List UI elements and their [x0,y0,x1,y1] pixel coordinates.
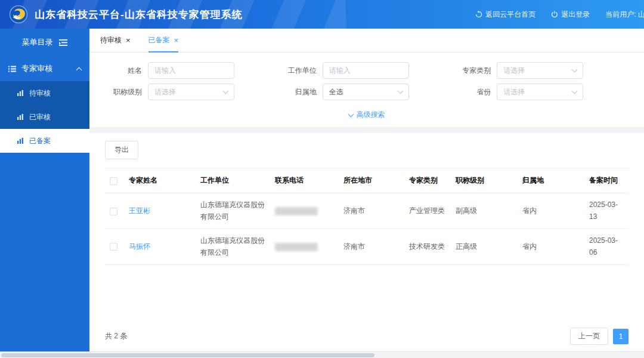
sidebar-item-label: 已审核 [29,112,51,122]
horizontal-scrollbar[interactable] [0,351,644,358]
select-placeholder: 请选择 [503,66,525,76]
page-title: 山东省科技云平台-山东省科技专家管理系统 [35,8,243,21]
filter-province: 省份 请选择 [454,84,628,100]
main-content: 待审核 × 已备案 × 姓名 工作单位 [89,29,644,358]
cell-select [105,229,124,264]
th-category: 专家类别 [404,168,451,193]
menu-directory-label: 菜单目录 [22,37,53,48]
prev-page-button[interactable]: 上一页 [570,328,608,345]
return-home-label: 返回云平台首页 [485,10,535,20]
app-header: 山东省科技云平台-山东省科技专家管理系统 返回云平台首页 退出登录 当前用户: … [0,0,644,29]
menu-directory-toggle[interactable]: 菜单目录 [0,29,89,56]
row-checkbox[interactable] [110,243,117,251]
chevron-down-icon [223,88,229,94]
filter-name: 姓名 [105,62,280,79]
total-count-label: 共 2 条 [105,331,127,341]
cell-region: 省内 [518,193,584,229]
filter-region: 归属地 全选 [280,84,454,100]
cell-phone [270,229,339,264]
sidebar-item-filed[interactable]: 已备案 [0,129,89,153]
th-filed-date: 备案时间 [584,168,628,193]
th-region: 归属地 [518,168,584,193]
tab-pending-review[interactable]: 待审核 × [100,29,131,52]
th-expert-name: 专家姓名 [124,168,196,193]
expert-name-link[interactable]: 马振怀 [129,242,150,251]
cell-filed-date: 2025-03-13 [584,193,628,229]
logout-label: 退出登录 [561,10,590,20]
sidebar-item-pending-review[interactable]: 待审核 [0,81,89,105]
tab-filed[interactable]: 已备案 × [148,29,179,52]
province-select[interactable]: 请选择 [497,84,583,100]
row-checkbox[interactable] [110,208,117,215]
phone-redacted [275,207,318,215]
title-level-select[interactable]: 请选择 [148,84,234,100]
horizontal-scrollbar-thumb[interactable] [1,353,374,357]
bar-chart-icon [17,137,24,144]
pagination: 上一页 1 [570,328,628,345]
expert-category-select[interactable]: 请选择 [497,62,583,79]
chevron-down-icon [397,88,403,94]
cell-expert-name: 马振怀 [124,229,196,264]
power-icon [551,11,558,18]
cell-expert-name: 王亚彬 [124,193,196,229]
th-city: 所在地市 [339,168,404,193]
cell-phone [270,193,339,229]
close-icon[interactable]: × [174,36,179,44]
select-all-checkbox[interactable] [110,177,117,185]
bar-chart-icon [17,90,24,97]
chevron-down-icon [572,88,578,94]
phone-redacted [275,243,318,251]
expert-name-link[interactable]: 王亚彬 [129,206,150,215]
province-label: 省份 [454,87,491,97]
work-unit-input[interactable] [323,62,409,79]
section-divider [89,127,644,133]
cell-region: 省内 [518,229,584,264]
expert-table: 专家姓名 工作单位 联系电话 所在地市 专家类别 职称级别 归属地 备案时间 [105,168,628,265]
return-home-link[interactable]: 返回云平台首页 [475,10,535,20]
advanced-search-toggle[interactable]: 高级搜索 [105,105,628,127]
sidebar-item-label: 已备案 [29,136,51,146]
table-row: 王亚彬 山东德瑞克仪器股份有限公司 济南市 产业管理类 副高级 省内 2025-… [105,193,628,229]
sidebar-item-label: 待审核 [29,88,51,98]
close-icon[interactable]: × [126,36,131,44]
table-header-row: 专家姓名 工作单位 联系电话 所在地市 专家类别 职称级别 归属地 备案时间 [105,168,628,193]
cell-category: 技术研发类 [404,229,451,264]
sidebar-group-label: 专家审核 [21,63,52,74]
cell-select [105,193,124,229]
filter-expert-category: 专家类别 请选择 [454,62,628,79]
chevron-down-icon [348,111,354,117]
toolbar: 导出 [89,133,644,165]
th-work-unit: 工作单位 [196,168,270,193]
collapse-menu-icon [59,39,68,47]
sidebar-item-reviewed[interactable]: 已审核 [0,105,89,129]
cell-city: 济南市 [339,193,404,229]
th-phone: 联系电话 [270,168,339,193]
tab-label: 已备案 [148,35,170,45]
region-label: 归属地 [280,87,317,97]
logout-link[interactable]: 退出登录 [551,10,590,20]
brand: 山东省科技云平台-山东省科技专家管理系统 [8,4,243,24]
select-placeholder: 请选择 [503,87,525,97]
sidebar-group-expert-review[interactable]: 专家审核 [0,56,89,81]
work-unit-label: 工作单位 [280,66,317,76]
sidebar-submenu: 待审核 已审核 已备案 [0,81,89,153]
current-user-label: 当前用户: 山东 [605,10,644,20]
expert-category-label: 专家类别 [454,66,491,76]
page-1-button[interactable]: 1 [613,329,628,344]
region-select[interactable]: 全选 [323,84,409,100]
select-placeholder: 请选择 [154,87,176,97]
filter-work-unit: 工作单位 [280,62,454,79]
topbar-actions: 返回云平台首页 退出登录 当前用户: 山东 [460,0,644,29]
name-input[interactable] [148,62,234,79]
cell-filed-date: 2025-03-06 [584,229,628,264]
filter-panel: 姓名 工作单位 专家类别 请选择 [89,53,644,127]
table-row: 马振怀 山东德瑞克仪器股份有限公司 济南市 技术研发类 正高级 省内 2025-… [105,229,628,264]
chevron-up-icon [76,67,82,73]
cell-work-unit: 山东德瑞克仪器股份有限公司 [196,229,270,264]
cell-title-level: 正高级 [451,229,518,264]
bar-chart-icon [17,113,24,121]
export-button[interactable]: 导出 [105,141,138,159]
title-level-label: 职称级别 [105,87,142,97]
name-label: 姓名 [105,66,142,76]
cell-category: 产业管理类 [404,193,451,229]
